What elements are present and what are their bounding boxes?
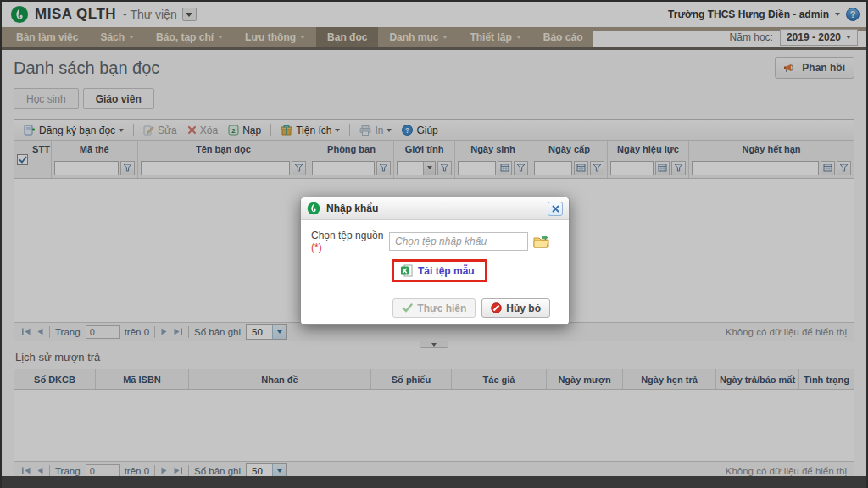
cancel-button[interactable]: Hủy bỏ <box>481 298 550 318</box>
modal-title: Nhập khẩu <box>326 202 378 214</box>
app-window: MISA QLTH - Thư viện Trường THCS Hưng Đi… <box>0 0 868 488</box>
source-file-label: Chọn tệp nguồn (*) <box>311 230 389 253</box>
check-icon <box>402 303 413 313</box>
modal-titlebar[interactable]: Nhập khẩu <box>301 197 569 220</box>
cancel-icon <box>491 302 502 313</box>
source-file-input[interactable] <box>389 232 528 251</box>
import-modal: Nhập khẩu Chọn tệp nguồn (*) <box>300 197 570 325</box>
execute-button[interactable]: Thực hiện <box>392 298 476 318</box>
required-mark: (*) <box>311 241 322 253</box>
browse-folder-icon[interactable] <box>533 235 550 249</box>
modal-body: Chọn tệp nguồn (*) Tải tệp mẫu <box>301 220 569 324</box>
misa-logo-icon <box>307 202 320 215</box>
modal-footer: Thực hiện Hủy bỏ <box>311 291 559 324</box>
annotation-highlight-box: Tải tệp mẫu <box>392 259 487 282</box>
excel-file-icon <box>400 264 413 277</box>
close-icon[interactable] <box>548 202 563 216</box>
download-template-link[interactable]: Tải tệp mẫu <box>418 265 475 277</box>
